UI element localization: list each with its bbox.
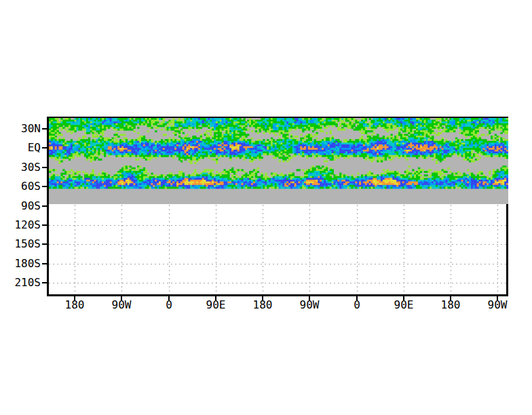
x-tick-label: 90E [192, 299, 240, 311]
y-tick-label: 150S [0, 238, 41, 250]
y-tick-mark [42, 128, 47, 130]
y-tick-label: 60S [0, 180, 41, 193]
y-tick-label: 30S [0, 161, 41, 174]
vertical-gridline [75, 205, 75, 294]
y-tick-mark [42, 282, 47, 283]
y-tick-mark [42, 205, 47, 207]
y-tick-label: 30N [0, 123, 41, 135]
vertical-gridline [451, 205, 451, 294]
x-axis-line [47, 294, 508, 296]
y-tick-label: 120S [0, 219, 41, 231]
horizontal-gridline [49, 264, 506, 264]
shaded-field-canvas [49, 118, 508, 204]
y-tick-mark [42, 243, 47, 245]
x-tick-label: 0 [333, 299, 381, 311]
vertical-gridline [404, 205, 404, 294]
x-tick-label: 90W [474, 299, 521, 311]
y-tick-mark [42, 186, 47, 187]
vertical-gridline [263, 205, 263, 294]
y-tick-mark [42, 224, 47, 226]
vertical-gridline [216, 205, 216, 294]
vertical-gridline [357, 205, 358, 294]
x-tick-label: 180 [239, 299, 286, 311]
vertical-gridline [169, 205, 170, 294]
x-tick-label: 90W [286, 299, 333, 311]
x-tick-label: 180 [51, 299, 98, 311]
x-tick-label: 90E [380, 299, 428, 311]
horizontal-gridline [49, 244, 506, 245]
y-tick-label: 210S [0, 277, 41, 289]
y-tick-mark [42, 263, 47, 264]
vertical-gridline [121, 205, 122, 294]
y-tick-mark [42, 167, 47, 168]
y-tick-label: 180S [0, 258, 41, 270]
shaded-contour-plot: 30NEQ30S60S90S120S150S180S210S18090W090E… [0, 0, 532, 415]
x-tick-label: 0 [145, 299, 193, 311]
y-tick-label: 90S [0, 200, 41, 212]
right-frame-line [506, 204, 508, 296]
y-tick-mark [42, 147, 47, 149]
x-tick-label: 90W [98, 299, 145, 311]
y-tick-label: EQ [0, 142, 41, 154]
x-tick-label: 180 [427, 299, 474, 311]
vertical-gridline [497, 205, 498, 294]
horizontal-gridline [49, 283, 506, 283]
horizontal-gridline [49, 225, 506, 226]
vertical-gridline [309, 205, 310, 294]
